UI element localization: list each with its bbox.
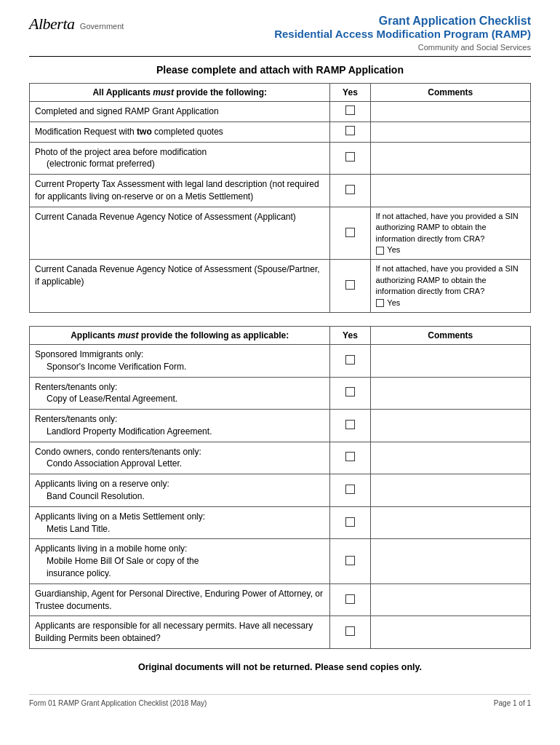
comments-cell [370, 102, 530, 122]
title-main: Grant Application Checklist [274, 15, 531, 28]
table2-header-row: Applicants must provide the following as… [30, 326, 531, 344]
table2-col2-header: Yes [330, 326, 370, 344]
comments-cell [370, 539, 530, 583]
checkbox[interactable] [345, 517, 355, 527]
dept-name: Community and Social Services [29, 43, 531, 52]
table-row: Photo of the project area before modific… [30, 142, 531, 175]
logo-text: Alberta [29, 15, 75, 33]
item-cell: Renters/tenants only:Landlord Property M… [30, 410, 330, 442]
cra-note-cell: If not attached, have you provided a SIN… [370, 260, 530, 313]
checkbox[interactable] [345, 105, 355, 115]
checkbox-cell[interactable] [330, 506, 370, 539]
table-row: Renters/tenants only:Copy of Lease/Renta… [30, 377, 531, 410]
bottom-bar: Form 01 RAMP Grant Application Checklist… [29, 694, 531, 707]
checkbox[interactable] [345, 626, 355, 636]
comments-cell [370, 344, 530, 377]
header-divider [29, 56, 531, 57]
comments-cell [370, 616, 530, 649]
item-cell: Current Canada Revenue Agency Notice of … [30, 260, 330, 313]
table-row: Guardianship, Agent for Personal Directi… [30, 583, 531, 616]
checkbox[interactable] [345, 485, 355, 494]
checkbox-cell[interactable] [330, 377, 370, 410]
bottom-left: Form 01 RAMP Grant Application Checklist… [29, 699, 207, 707]
checkbox-cell[interactable] [330, 175, 370, 207]
table1-col2-header: Yes [330, 84, 370, 102]
page-header: Alberta Government Grant Application Che… [29, 15, 531, 40]
checkbox[interactable] [345, 420, 355, 429]
item-cell: Sponsored Immigrants only:Sponsor's Inco… [30, 344, 330, 377]
checkbox[interactable] [345, 152, 355, 162]
comments-cell [370, 175, 530, 207]
table-row: Modification Request with two completed … [30, 121, 531, 142]
checkbox[interactable] [345, 387, 355, 397]
checkbox-cell[interactable] [330, 583, 370, 616]
comments-cell [370, 506, 530, 539]
table1-header-row: All Applicants must provide the followin… [30, 84, 531, 102]
checkbox[interactable] [345, 185, 355, 194]
cra-note-cell: If not attached, have you provided a SIN… [370, 207, 530, 260]
checkbox-cell[interactable] [330, 474, 370, 507]
table-row: Current Canada Revenue Agency Notice of … [30, 207, 531, 260]
table-row: Renters/tenants only:Landlord Property M… [30, 410, 531, 442]
checkbox-cell[interactable] [330, 260, 370, 313]
table1-col1-header: All Applicants must provide the followin… [30, 84, 330, 102]
table-all-applicants: All Applicants must provide the followin… [29, 83, 531, 313]
cra-checkbox[interactable] [376, 247, 384, 255]
comments-cell [370, 442, 530, 474]
checkbox[interactable] [345, 452, 355, 461]
item-cell: Guardianship, Agent for Personal Directi… [30, 583, 330, 616]
checkbox[interactable] [345, 355, 355, 364]
item-cell: Applicants living in a mobile home only:… [30, 539, 330, 583]
table2-col3-header: Comments [370, 326, 530, 344]
checkbox[interactable] [345, 594, 355, 604]
item-cell: Current Property Tax Assessment with leg… [30, 175, 330, 207]
checkbox-cell[interactable] [330, 207, 370, 260]
table-applicable: Applicants must provide the following as… [29, 326, 531, 649]
checkbox-cell[interactable] [330, 121, 370, 142]
cra-checkbox[interactable] [376, 299, 384, 307]
item-cell: Applicants living on a reserve only:Band… [30, 474, 330, 507]
item-cell: Modification Request with two completed … [30, 121, 330, 142]
checkbox-cell[interactable] [330, 344, 370, 377]
checkbox[interactable] [345, 556, 355, 565]
table-row: Sponsored Immigrants only:Sponsor's Inco… [30, 344, 531, 377]
table-row: Condo owners, condo renters/tenants only… [30, 442, 531, 474]
table-row: Applicants living in a mobile home only:… [30, 539, 531, 583]
logo-area: Alberta Government [29, 15, 124, 33]
footer-note: Original documents will not be returned.… [29, 662, 531, 672]
title-sub: Residential Access Modification Program … [274, 28, 531, 40]
comments-cell [370, 121, 530, 142]
checkbox-cell[interactable] [330, 102, 370, 122]
checkbox-cell[interactable] [330, 142, 370, 175]
checkbox-cell[interactable] [330, 442, 370, 474]
table-row: Applicants living on a Metis Settlement … [30, 506, 531, 539]
comments-cell [370, 410, 530, 442]
checkbox-cell[interactable] [330, 410, 370, 442]
table-row: Applicants are responsible for all neces… [30, 616, 531, 649]
comments-cell [370, 474, 530, 507]
item-cell: Completed and signed RAMP Grant Applicat… [30, 102, 330, 122]
checkbox-cell[interactable] [330, 539, 370, 583]
item-cell: Applicants are responsible for all neces… [30, 616, 330, 649]
table-row: Applicants living on a reserve only:Band… [30, 474, 531, 507]
item-cell: Applicants living on a Metis Settlement … [30, 506, 330, 539]
title-area: Grant Application Checklist Residential … [274, 15, 531, 40]
comments-cell [370, 377, 530, 410]
table2-col1-header: Applicants must provide the following as… [30, 326, 330, 344]
item-cell: Photo of the project area before modific… [30, 142, 330, 175]
item-cell: Current Canada Revenue Agency Notice of … [30, 207, 330, 260]
table-row: Current Property Tax Assessment with leg… [30, 175, 531, 207]
checkbox[interactable] [345, 228, 355, 237]
checkbox-cell[interactable] [330, 616, 370, 649]
checkbox[interactable] [345, 280, 355, 290]
item-cell: Condo owners, condo renters/tenants only… [30, 442, 330, 474]
checkbox[interactable] [345, 126, 355, 135]
page-subtitle: Please complete and attach with RAMP App… [29, 64, 531, 76]
table-row: Current Canada Revenue Agency Notice of … [30, 260, 531, 313]
comments-cell [370, 142, 530, 175]
comments-cell [370, 583, 530, 616]
table1-col3-header: Comments [370, 84, 530, 102]
table-row: Completed and signed RAMP Grant Applicat… [30, 102, 531, 122]
item-cell: Renters/tenants only:Copy of Lease/Renta… [30, 377, 330, 410]
bottom-right: Page 1 of 1 [494, 699, 531, 707]
